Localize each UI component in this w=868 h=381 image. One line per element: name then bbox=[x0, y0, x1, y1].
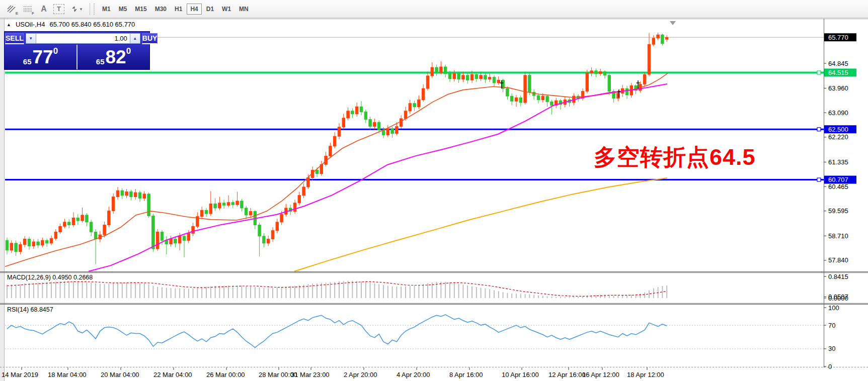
candle-body bbox=[475, 74, 478, 78]
candle-body bbox=[161, 232, 163, 240]
price-badge-label: 62.500 bbox=[828, 126, 848, 133]
candle-body bbox=[334, 136, 336, 146]
candle-body bbox=[657, 35, 659, 38]
candle-body bbox=[302, 187, 305, 196]
buy-button[interactable]: BUY bbox=[142, 33, 158, 44]
candle-body bbox=[422, 88, 425, 100]
price-tick-label: 60.465 bbox=[828, 183, 848, 190]
time-label: 18 Mar 04:00 bbox=[48, 371, 87, 378]
timeframe-button-MN[interactable]: MN bbox=[235, 4, 252, 15]
candle-body bbox=[462, 75, 464, 79]
time-label: 31 Mar 23:00 bbox=[291, 371, 330, 378]
timeframe-button-W1[interactable]: W1 bbox=[218, 4, 234, 15]
line-handle[interactable] bbox=[817, 71, 821, 74]
collapse-panel-icon[interactable]: ▲ bbox=[7, 22, 11, 27]
candle-body bbox=[528, 75, 531, 92]
sell-button[interactable]: SELL bbox=[5, 33, 24, 44]
time-label: 16 Apr 12:00 bbox=[582, 371, 619, 378]
candle-body bbox=[143, 194, 145, 198]
volume-increase-button[interactable]: ▲ bbox=[130, 33, 140, 44]
candle-body bbox=[307, 177, 309, 186]
time-label: 22 Mar 04:00 bbox=[153, 371, 192, 378]
time-label: 4 Apr 20:00 bbox=[397, 371, 430, 378]
equidistant-channel-icon[interactable]: E bbox=[5, 3, 18, 15]
candle-body bbox=[134, 193, 137, 197]
candle-body bbox=[227, 203, 229, 206]
chart-shift-marker bbox=[670, 21, 676, 25]
candle-body bbox=[174, 239, 177, 243]
candle-body bbox=[351, 111, 354, 114]
candle-body bbox=[426, 76, 429, 88]
candle-body bbox=[484, 75, 487, 79]
candle-body bbox=[409, 104, 411, 111]
arrows-icon[interactable]: ▾ bbox=[67, 3, 85, 15]
timeframe-button-M5[interactable]: M5 bbox=[115, 4, 131, 15]
price-tick-label: 58.710 bbox=[828, 232, 848, 240]
macd-label: MACD(12,26,9) 0.4950 0.2668 bbox=[7, 274, 93, 281]
macd-tick-label: 0.0000 bbox=[828, 295, 848, 302]
candle-body bbox=[648, 44, 650, 74]
toolbar-separator bbox=[90, 3, 90, 15]
fibonacci-lines-icon[interactable]: F bbox=[21, 3, 34, 15]
candle-body bbox=[59, 226, 61, 232]
timeframe-button-M1[interactable]: M1 bbox=[99, 4, 114, 15]
toolbar-grip bbox=[93, 3, 96, 15]
text-label-icon[interactable]: T bbox=[53, 4, 64, 14]
timeframe-button-M30[interactable]: M30 bbox=[151, 4, 170, 15]
candle-body bbox=[546, 96, 548, 102]
rsi-tick-label: 0 bbox=[828, 363, 832, 370]
candle-body bbox=[263, 236, 265, 243]
candle-body bbox=[506, 88, 509, 96]
candle-body bbox=[170, 239, 172, 244]
candle-body bbox=[76, 218, 79, 221]
candle-body bbox=[511, 96, 513, 101]
candle-body bbox=[138, 193, 141, 198]
candle-body bbox=[249, 212, 252, 215]
candle-body bbox=[298, 196, 300, 203]
line-handle[interactable] bbox=[817, 178, 821, 181]
rsi-tick-label: 70 bbox=[828, 322, 835, 329]
candle-body bbox=[537, 96, 539, 100]
candle-body bbox=[338, 127, 340, 136]
rsi-tick-label: 100 bbox=[828, 304, 839, 312]
candle-body bbox=[32, 242, 35, 246]
sell-price[interactable]: 65 77 0 bbox=[5, 45, 77, 69]
timeframe-button-M15[interactable]: M15 bbox=[131, 4, 150, 15]
line-handle[interactable] bbox=[817, 128, 821, 131]
candle-body bbox=[418, 100, 420, 107]
buy-price-small: 65 bbox=[96, 57, 105, 66]
candle-body bbox=[590, 71, 593, 73]
timeframe-button-H1[interactable]: H1 bbox=[171, 4, 186, 15]
volume-input[interactable] bbox=[36, 33, 130, 44]
time-label: 2 Apr 20:00 bbox=[344, 371, 377, 378]
sell-price-sup: 0 bbox=[53, 46, 58, 56]
buy-price[interactable]: 65 82 0 bbox=[77, 45, 149, 69]
candle-body bbox=[94, 232, 97, 239]
volume-decrease-button[interactable]: ▼ bbox=[26, 33, 36, 44]
chart-annotation[interactable]: 多空转折点64.5 bbox=[594, 142, 756, 172]
icon-badge: E bbox=[16, 11, 18, 16]
toolbar: E F A T ▾ M1M5M15M30H1H4D1W1MN bbox=[0, 0, 868, 18]
candle-body bbox=[413, 104, 416, 107]
time-label: 18 Apr 12:00 bbox=[627, 371, 664, 378]
candle-body bbox=[231, 203, 234, 205]
candle-body bbox=[550, 102, 553, 105]
candle-body bbox=[267, 239, 270, 243]
price-tick-label: 63.090 bbox=[828, 109, 848, 117]
candle-body bbox=[156, 232, 159, 249]
candle-body bbox=[480, 75, 482, 79]
candle-body bbox=[223, 203, 225, 205]
candle-body bbox=[15, 243, 17, 252]
candle-body bbox=[347, 111, 349, 118]
time-label: 14 Mar 2019 bbox=[2, 371, 38, 378]
timeframe-button-H4[interactable]: H4 bbox=[187, 4, 201, 15]
price-tick-label: 59.595 bbox=[828, 207, 848, 215]
slow-ma-line bbox=[294, 178, 667, 271]
candle-body bbox=[245, 208, 248, 215]
candle-body bbox=[493, 77, 495, 83]
candle-body bbox=[489, 77, 491, 79]
timeframe-button-D1[interactable]: D1 bbox=[203, 4, 217, 15]
candle-body bbox=[595, 71, 597, 74]
text-icon[interactable]: A bbox=[37, 3, 50, 15]
macd-tick-label: 0.8415 bbox=[828, 273, 848, 280]
